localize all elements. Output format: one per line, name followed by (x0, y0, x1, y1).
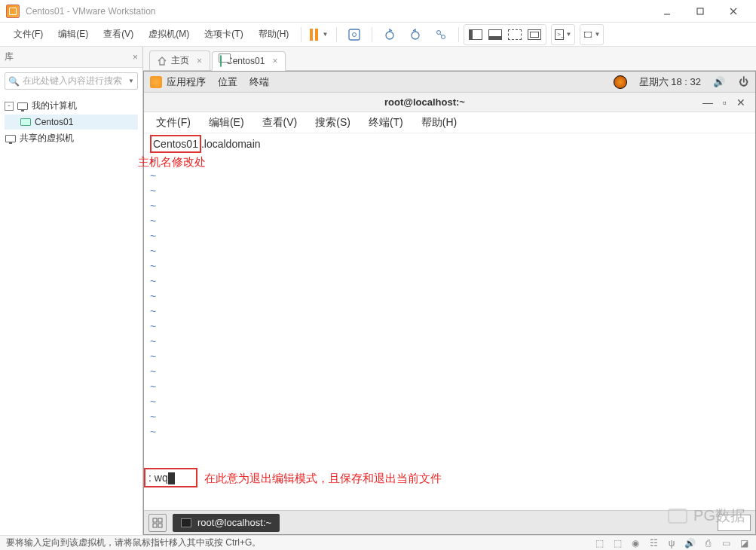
terminal-viewport[interactable]: Centos01.localdomain 主机名修改处 ~~~~~~~~~~~~… (144, 133, 755, 510)
snapshot-manager-icon[interactable] (433, 26, 449, 43)
terminal-minimize-button[interactable]: — (699, 94, 716, 111)
power-icon[interactable]: ⏻ (737, 76, 749, 88)
tab-home-close-icon[interactable]: × (197, 56, 202, 66)
window-title: Centos01 - VMware Workstation (26, 6, 650, 17)
panel-terminal[interactable]: 终端 (249, 75, 269, 89)
library-title: 库 (5, 50, 14, 63)
send-ctrlaltdel-icon[interactable] (346, 26, 363, 43)
input-language-indicator[interactable] (718, 515, 751, 531)
terminal-title: root@localhost:~ (150, 96, 699, 108)
menu-tabs[interactable]: 选项卡(T) (197, 25, 250, 44)
panel-applications[interactable]: 应用程序 (150, 75, 206, 89)
fullscreen-icon[interactable]: ▼ (583, 26, 600, 43)
layout-sidebar-icon[interactable] (467, 26, 484, 43)
search-placeholder: 在此处键入内容进行搜索 (23, 75, 122, 87)
library-sidebar: 库 × 🔍 在此处键入内容进行搜索 ▼ - 我的计算机 Centos01 共享的… (0, 47, 143, 535)
layout-stretch-icon[interactable] (507, 26, 523, 43)
revert-snapshot-icon[interactable] (407, 26, 424, 43)
terminal-maximize-button[interactable]: ▫ (716, 94, 733, 111)
svg-rect-15 (158, 524, 162, 527)
console-icon[interactable]: >_▼ (555, 26, 571, 43)
terminal-close-button[interactable]: ✕ (733, 94, 749, 111)
main-menubar: 文件(F) 编辑(E) 查看(V) 虚拟机(M) 选项卡(T) 帮助(H) ▼ … (0, 23, 756, 47)
term-menu-search[interactable]: 搜索(S) (306, 114, 360, 132)
terminal-task-icon (181, 518, 191, 527)
terminal-window: root@localhost:~ — ▫ ✕ 文件(F) 编辑(E) 查看(V)… (144, 93, 755, 510)
tree-label-shared: 共享的虚拟机 (20, 132, 74, 145)
term-menu-help[interactable]: 帮助(H) (412, 114, 466, 132)
status-hdd1-icon[interactable]: ⬚ (593, 538, 605, 548)
vmware-statusbar: 要将输入定向到该虚拟机，请将鼠标指针移入其中或按 Ctrl+G。 ⬚ ⬚ ◉ ☷… (0, 535, 756, 550)
gnome-taskbar: root@localhost:~ (144, 510, 755, 534)
term-menu-view[interactable]: 查看(V) (253, 114, 307, 132)
menu-file[interactable]: 文件(F) (6, 25, 51, 44)
status-cd-icon[interactable]: ◉ (629, 538, 641, 548)
tree-my-computer[interactable]: - 我的计算机 (5, 97, 138, 115)
tree-label-vm: Centos01 (35, 117, 73, 127)
svg-point-6 (386, 32, 393, 39)
hostname-rest: .localdomain (201, 138, 261, 150)
tree-shared-vms[interactable]: 共享的虚拟机 (5, 130, 138, 147)
tab-vm[interactable]: Centos01 × (212, 51, 286, 71)
tree-vm-centos01[interactable]: Centos01 (5, 115, 138, 130)
minimize-button[interactable] (650, 0, 684, 23)
library-header: 库 × (0, 47, 142, 68)
tree-label-my-computer: 我的计算机 (32, 99, 77, 112)
hostname-highlight: Centos01 (150, 135, 201, 153)
vm-icon (220, 56, 222, 66)
tab-vm-close-icon[interactable]: × (272, 56, 277, 66)
volume-icon[interactable]: 🔊 (713, 76, 725, 88)
panel-places[interactable]: 位置 (218, 75, 237, 89)
monitor-icon (5, 133, 17, 144)
menu-edit[interactable]: 编辑(E) (51, 25, 96, 44)
taskbar-label: root@localhost:~ (197, 517, 271, 528)
status-display-icon[interactable]: ▭ (720, 538, 732, 548)
status-printer-icon[interactable]: ⎙ (702, 538, 714, 548)
svg-rect-13 (158, 518, 162, 522)
term-menu-terminal[interactable]: 终端(T) (360, 114, 412, 132)
tab-home[interactable]: 主页 × (149, 50, 210, 70)
layout-bottom-icon[interactable] (487, 26, 503, 43)
tree-collapse-icon[interactable]: - (5, 102, 14, 111)
notification-icon[interactable] (614, 75, 627, 89)
menu-help[interactable]: 帮助(H) (251, 25, 297, 44)
status-sound-icon[interactable]: 🔊 (684, 538, 696, 548)
layout-unity-icon[interactable] (526, 26, 543, 43)
statusbar-hint: 要将输入定向到该虚拟机，请将鼠标指针移入其中或按 Ctrl+G。 (6, 536, 261, 549)
gnome-panel: 应用程序 位置 终端 星期六 18 : 32 🔊 ⏻ (144, 72, 755, 93)
terminal-menubar: 文件(F) 编辑(E) 查看(V) 搜索(S) 终端(T) 帮助(H) (144, 112, 755, 133)
svg-point-8 (437, 30, 441, 34)
term-menu-file[interactable]: 文件(F) (147, 114, 200, 132)
status-network-icon[interactable]: ☷ (647, 538, 660, 548)
vm-display[interactable]: 应用程序 位置 终端 星期六 18 : 32 🔊 ⏻ root@localhos… (143, 71, 756, 535)
taskbar-terminal-button[interactable]: root@localhost:~ (173, 514, 280, 532)
library-close-icon[interactable]: × (133, 52, 138, 63)
annotation-wq: 在此意为退出编辑模式，且保存和退出当前文件 (204, 471, 442, 486)
vim-command-line: : wq (144, 468, 197, 487)
window-titlebar: Centos01 - VMware Workstation (0, 0, 756, 23)
close-button[interactable] (717, 0, 750, 23)
status-message-icon[interactable]: ◪ (738, 538, 750, 548)
panel-clock[interactable]: 星期六 18 : 32 (639, 75, 701, 89)
status-hdd2-icon[interactable]: ⬚ (611, 538, 623, 548)
vmware-app-icon (6, 5, 20, 18)
applications-icon (150, 76, 162, 88)
search-dropdown-icon[interactable]: ▼ (128, 78, 134, 84)
workspace-switcher[interactable] (148, 514, 167, 532)
svg-rect-12 (153, 518, 157, 522)
term-menu-edit[interactable]: 编辑(E) (200, 114, 253, 132)
svg-point-9 (442, 35, 445, 38)
search-icon: 🔍 (8, 76, 20, 87)
snapshot-icon[interactable] (381, 26, 398, 43)
svg-rect-4 (349, 29, 360, 40)
vm-icon (20, 117, 32, 127)
svg-point-5 (353, 32, 357, 36)
suspend-button[interactable]: ▼ (311, 26, 327, 43)
menu-vm[interactable]: 虚拟机(M) (141, 25, 197, 44)
status-usb-icon[interactable]: ψ (666, 538, 678, 548)
library-search-input[interactable]: 🔍 在此处键入内容进行搜索 ▼ (5, 72, 138, 90)
vm-tabs: 主页 × Centos01 × (143, 47, 756, 71)
svg-point-7 (412, 32, 419, 39)
menu-view[interactable]: 查看(V) (96, 25, 141, 44)
maximize-button[interactable] (684, 0, 717, 23)
